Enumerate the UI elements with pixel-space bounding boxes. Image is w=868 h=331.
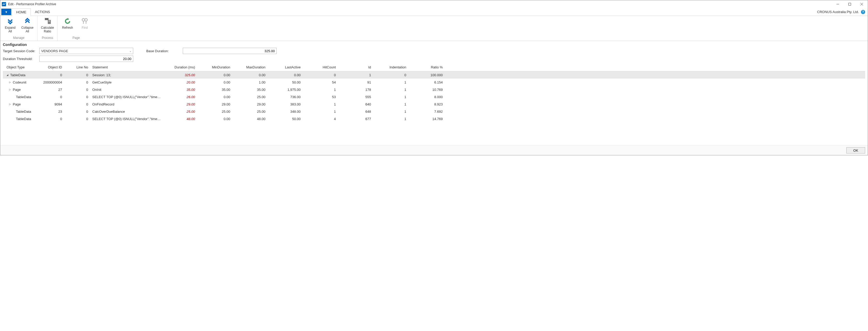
cell-duration: 26.00 — [163, 95, 197, 99]
group-page-label: Page — [72, 36, 80, 41]
col-objtype[interactable]: Object Type — [3, 65, 37, 69]
table-row[interactable]: TableData00SELECT TOP (@0) ISNULL("Vendo… — [3, 93, 865, 101]
col-objid[interactable]: Object ID — [37, 65, 64, 69]
maximize-button[interactable] — [844, 0, 856, 8]
app-icon — [2, 2, 6, 6]
cell-objtype: ▷Page — [3, 88, 37, 92]
ribbon-group-page: Refresh Find Page — [58, 16, 95, 41]
cell-hit: 53 — [303, 95, 338, 99]
cell-min: 0.00 — [197, 95, 232, 99]
cell-duration: 48.00 — [163, 117, 197, 121]
target-session-combo[interactable]: VENDORS PAGE ⌄ — [39, 48, 133, 54]
col-lineno[interactable]: Line No — [64, 65, 90, 69]
cell-max: 1.00 — [232, 80, 268, 84]
cell-last: 50.00 — [268, 117, 303, 121]
calculate-ratio-label: Calculate Ratio — [40, 26, 55, 33]
col-mindur[interactable]: MinDuration — [197, 65, 232, 69]
chevron-down-icon: ▼ — [5, 10, 8, 13]
col-maxdur[interactable]: MaxDuration — [232, 65, 268, 69]
cell-ratio: 10.769 — [408, 88, 445, 92]
cell-hit: 0 — [303, 73, 338, 77]
expand-all-button[interactable]: Expand All — [3, 17, 18, 33]
cell-objid: 9094 — [37, 102, 64, 106]
table-row[interactable]: TableData00SELECT TOP (@0) ISNULL("Vendo… — [3, 115, 865, 122]
cell-objtype: ▷Page — [3, 102, 37, 106]
tree-toggle-icon[interactable]: ▷ — [9, 103, 12, 106]
find-label: Find — [82, 26, 88, 30]
table-row[interactable]: ▷Page270OnInit35.0035.0035.001,975.00117… — [3, 86, 865, 93]
cell-objid: 23 — [37, 110, 64, 114]
help-icon[interactable]: ? — [861, 9, 866, 15]
base-duration-input[interactable] — [183, 48, 277, 54]
cell-stmt: OnInit — [90, 88, 163, 92]
find-icon — [81, 17, 89, 25]
cell-stmt: CalcOverDueBalance — [90, 110, 163, 114]
cell-ratio: 14.769 — [408, 117, 445, 121]
group-manage-label: Manage — [13, 36, 24, 41]
cell-id: 91 — [338, 80, 373, 84]
cell-indent: 1 — [373, 110, 408, 114]
cell-duration: 35.00 — [163, 88, 197, 92]
config-heading: Configuration — [3, 43, 865, 47]
table-row[interactable]: ▷Page90940OnFindRecord29.0029.0029.00383… — [3, 101, 865, 108]
base-duration-field: Base Duration: — [146, 48, 277, 54]
cell-last: 1,975.00 — [268, 88, 303, 92]
cell-min: 29.00 — [197, 102, 232, 106]
table-row[interactable]: ◢TableData00Session: 13;325.000.000.000.… — [3, 71, 865, 79]
collapse-icon — [23, 17, 32, 25]
refresh-button[interactable]: Refresh — [60, 17, 75, 30]
col-indent[interactable]: Indentation — [373, 65, 408, 69]
file-tab[interactable]: ▼ — [1, 9, 11, 15]
cell-objtype: ▷Codeunit — [3, 80, 37, 84]
cell-last: 348.00 — [268, 110, 303, 114]
cell-ratio: 8.923 — [408, 102, 445, 106]
cell-stmt: Session: 13; — [90, 73, 163, 77]
tab-home[interactable]: HOME — [12, 8, 31, 16]
col-ratio[interactable]: Ratio % — [408, 65, 445, 69]
cell-objtype: TableData — [3, 95, 37, 99]
col-id[interactable]: Id — [338, 65, 373, 69]
col-dur[interactable]: Duration (ms) — [163, 65, 197, 69]
cell-stmt: GetCueStyle — [90, 80, 163, 84]
tab-actions[interactable]: ACTIONS — [31, 8, 54, 16]
cell-lineno: 0 — [64, 88, 90, 92]
collapse-all-button[interactable]: Collapse All — [20, 17, 35, 33]
base-duration-label: Base Duration: — [146, 49, 183, 53]
cell-id: 178 — [338, 88, 373, 92]
cell-objid: 0 — [37, 73, 64, 77]
cell-hit: 1 — [303, 88, 338, 92]
col-stmt[interactable]: Statement — [90, 65, 163, 69]
table-row[interactable]: TableData230CalcOverDueBalance25.0025.00… — [3, 108, 865, 115]
cell-max: 25.00 — [232, 95, 268, 99]
cell-ratio: 100.000 — [408, 73, 445, 77]
cell-lineno: 0 — [64, 110, 90, 114]
table-row[interactable]: ▷Codeunit20000000040GetCueStyle20.000.00… — [3, 79, 865, 86]
cell-indent: 0 — [373, 73, 408, 77]
ribbon-tabs: ▼ HOME ACTIONS CRONUS Australia Pty. Ltd… — [0, 8, 868, 16]
svg-rect-9 — [49, 21, 50, 21]
expand-icon — [6, 17, 14, 25]
grid-body: ◢TableData00Session: 13;325.000.000.000.… — [3, 71, 865, 122]
group-process-label: Process — [42, 36, 53, 41]
ok-button[interactable]: OK — [846, 147, 865, 154]
find-button[interactable]: Find — [78, 17, 92, 30]
col-lastactive[interactable]: LastActive — [268, 65, 303, 69]
calculate-ratio-button[interactable]: Calculate Ratio — [40, 17, 55, 33]
tree-toggle-icon[interactable]: ▷ — [9, 81, 12, 84]
tree-toggle-icon[interactable]: ▷ — [9, 88, 12, 91]
minimize-button[interactable] — [832, 0, 844, 8]
tree-toggle-icon[interactable]: ◢ — [6, 74, 9, 76]
collapse-all-label: Collapse All — [20, 26, 35, 33]
duration-threshold-label: Duration Threshold: — [3, 57, 39, 61]
cell-max: 25.00 — [232, 110, 268, 114]
cell-ratio: 7.692 — [408, 110, 445, 114]
cell-id: 1 — [338, 73, 373, 77]
cell-lineno: 0 — [64, 95, 90, 99]
target-session-value: VENDORS PAGE — [41, 49, 68, 53]
duration-threshold-input[interactable] — [39, 56, 133, 62]
close-button[interactable] — [856, 0, 868, 8]
refresh-label: Refresh — [62, 26, 73, 30]
cell-last: 50.00 — [268, 80, 303, 84]
col-hitcount[interactable]: HitCount — [303, 65, 338, 69]
cell-min: 0.00 — [197, 80, 232, 84]
